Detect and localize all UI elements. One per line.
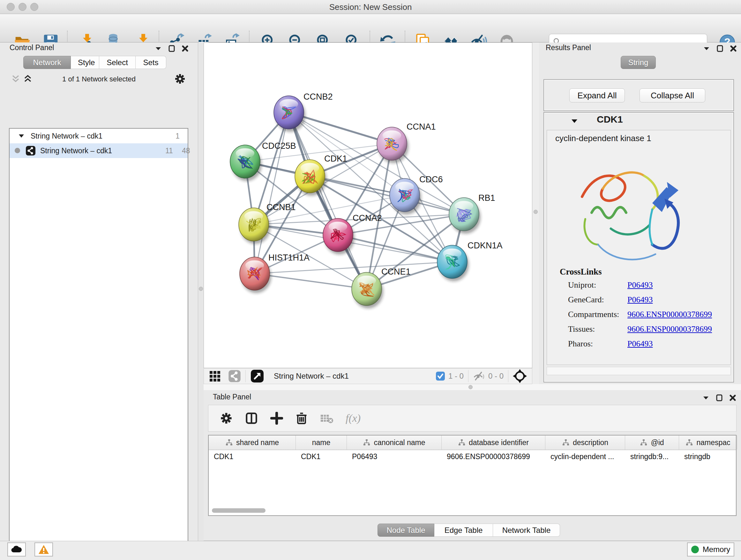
splitter-handle[interactable]	[199, 287, 203, 291]
section-collapse-icon[interactable]	[571, 118, 578, 124]
column-header-name[interactable]: name	[296, 435, 347, 449]
crosslink-value-link[interactable]: P06493	[627, 295, 653, 305]
main-toolbar: ?	[0, 14, 741, 43]
table-cell[interactable]: CDK1	[296, 450, 347, 463]
network-node-label-CCNE1: CCNE1	[381, 267, 411, 276]
network-canvas[interactable]: CCNB2CCNA1CDC25BCDK1CDC6RB1CCNB1CCNA2CDK…	[204, 43, 532, 368]
grid-view-icon[interactable]	[209, 370, 222, 382]
collection-collapse-icon[interactable]	[18, 134, 24, 138]
panel-float-icon[interactable]	[717, 45, 723, 52]
splitter-handle[interactable]	[534, 210, 538, 214]
panel-menu-icon[interactable]	[155, 46, 161, 51]
horizontal-splitter[interactable]	[204, 384, 741, 390]
warnings-button[interactable]	[35, 543, 53, 557]
network-node-HIST1H1A[interactable]	[240, 257, 271, 293]
memory-button[interactable]: Memory	[687, 543, 734, 557]
column-type-icon	[363, 439, 370, 446]
delete-column-icon[interactable]	[295, 412, 308, 425]
crosslink-value-link[interactable]: 9606.ENSP00000378699	[627, 324, 712, 334]
tab-edge-table[interactable]: Edge Table	[434, 523, 493, 537]
hidden-count: 0 - 0	[488, 372, 503, 381]
crosslink-label: Pharos:	[568, 339, 593, 349]
panel-menu-icon[interactable]	[703, 395, 709, 400]
panel-float-icon[interactable]	[716, 394, 723, 401]
selected-checkbox-icon[interactable]	[435, 371, 445, 381]
scrollbar-thumb[interactable]	[212, 508, 266, 513]
column-header-description[interactable]: description	[545, 435, 625, 449]
network-options-gear-icon[interactable]	[174, 73, 186, 84]
network-collection-row[interactable]: String Network – cdk1 1	[10, 129, 188, 143]
table-cell[interactable]: CDK1	[209, 450, 296, 463]
network-view-title: String Network – cdk1	[274, 372, 349, 381]
vertical-splitter-right[interactable]	[532, 43, 539, 384]
add-column-icon[interactable]	[270, 412, 283, 425]
network-node-CDC25B[interactable]	[230, 145, 262, 181]
network-graph[interactable]: CCNB2CCNA1CDC25BCDK1CDC6RB1CCNB1CCNA2CDK…	[204, 43, 532, 368]
network-node-CCNA2[interactable]	[323, 219, 354, 254]
tab-string[interactable]: String	[621, 56, 656, 69]
memory-status-dot	[691, 546, 699, 553]
collection-count: 1	[176, 132, 180, 140]
splitter-handle[interactable]	[468, 385, 473, 389]
column-header--id[interactable]: @id	[625, 435, 679, 449]
table-cell[interactable]: 9606.ENSP00000378699	[442, 450, 545, 463]
table-cell[interactable]: cyclin-dependent ...	[545, 450, 625, 463]
network-node-CDK1[interactable]	[295, 160, 327, 196]
table-row[interactable]: CDK1CDK1P064939606.ENSP00000378699cyclin…	[209, 450, 736, 463]
crosslink-value-link[interactable]: P06493	[627, 339, 653, 349]
hidden-eye-icon[interactable]	[473, 371, 485, 381]
cloud-status-button[interactable]	[7, 543, 26, 557]
panel-close-icon[interactable]	[730, 45, 737, 52]
table-cell[interactable]: P06493	[347, 450, 442, 463]
column-header-namespac[interactable]: namespac	[679, 435, 737, 449]
network-node-CDKN1A[interactable]	[437, 245, 469, 281]
birdseye-view-icon[interactable]	[250, 369, 264, 383]
table-tabs: Node Table Edge Table Network Table	[378, 523, 560, 537]
table-cell[interactable]: stringdb	[679, 450, 737, 463]
table-settings-gear-icon[interactable]	[220, 412, 232, 425]
column-header-canonical-name[interactable]: canonical name	[347, 435, 442, 449]
show-columns-icon[interactable]	[245, 412, 258, 425]
fit-selected-crosshair-icon[interactable]	[513, 369, 527, 383]
crosslink-value-link[interactable]: 9606.ENSP00000378699	[627, 310, 712, 319]
results-scroll-strip[interactable]	[547, 367, 731, 375]
network-row-selected[interactable]: String Network – cdk1 11 48	[10, 143, 188, 158]
network-node-CCNA1[interactable]	[377, 127, 408, 163]
network-node-CCNE1[interactable]	[352, 272, 383, 308]
horizontal-scrollbar[interactable]	[211, 508, 734, 513]
statusbar-separator	[508, 370, 509, 382]
panel-close-icon[interactable]	[730, 395, 736, 401]
panel-menu-icon[interactable]	[703, 46, 710, 51]
tab-style[interactable]: Style	[71, 56, 99, 69]
tab-node-table[interactable]: Node Table	[378, 523, 434, 537]
expand-all-networks-icon[interactable]	[23, 74, 32, 83]
network-node-count: 11	[165, 146, 173, 155]
table-toolbar: f(x)	[208, 405, 737, 432]
collapse-all-button[interactable]: Collapse All	[639, 88, 705, 103]
crosslink-value-link[interactable]: P06493	[627, 280, 653, 290]
memory-label: Memory	[703, 545, 731, 554]
expand-all-button[interactable]: Expand All	[569, 88, 625, 103]
network-node-RB1[interactable]	[449, 198, 481, 234]
network-share-icon[interactable]	[228, 370, 241, 382]
panel-float-icon[interactable]	[169, 45, 175, 52]
network-node-CCNB2[interactable]	[274, 96, 306, 132]
vertical-splitter[interactable]	[198, 43, 204, 541]
tab-network[interactable]: Network	[23, 56, 71, 69]
statusbar-separator	[246, 370, 246, 382]
column-header-shared-name[interactable]: shared name	[209, 435, 296, 449]
tab-network-table[interactable]: Network Table	[493, 523, 560, 537]
control-panel-tabs: Network Style Select Sets	[23, 56, 166, 69]
tab-select[interactable]: Select	[99, 56, 136, 69]
collapse-all-networks-icon[interactable]	[11, 74, 20, 83]
selected-count: 1 - 0	[448, 372, 464, 381]
network-edge-CCNA2-CDKN1A[interactable]	[338, 235, 452, 262]
panel-close-icon[interactable]	[182, 45, 188, 52]
network-edge-CCNB2-HIST1H1A[interactable]	[255, 112, 289, 273]
network-edge-HIST1H1A-CCNE1[interactable]	[255, 273, 367, 289]
table-cell[interactable]: stringdb:9...	[625, 450, 679, 463]
table-body: CDK1CDK1P064939606.ENSP00000378699cyclin…	[209, 450, 736, 463]
column-header-database-identifier[interactable]: database identifier	[442, 435, 545, 449]
tab-sets[interactable]: Sets	[136, 56, 166, 69]
network-edge-CCNB2-CCNE1[interactable]	[289, 112, 367, 289]
